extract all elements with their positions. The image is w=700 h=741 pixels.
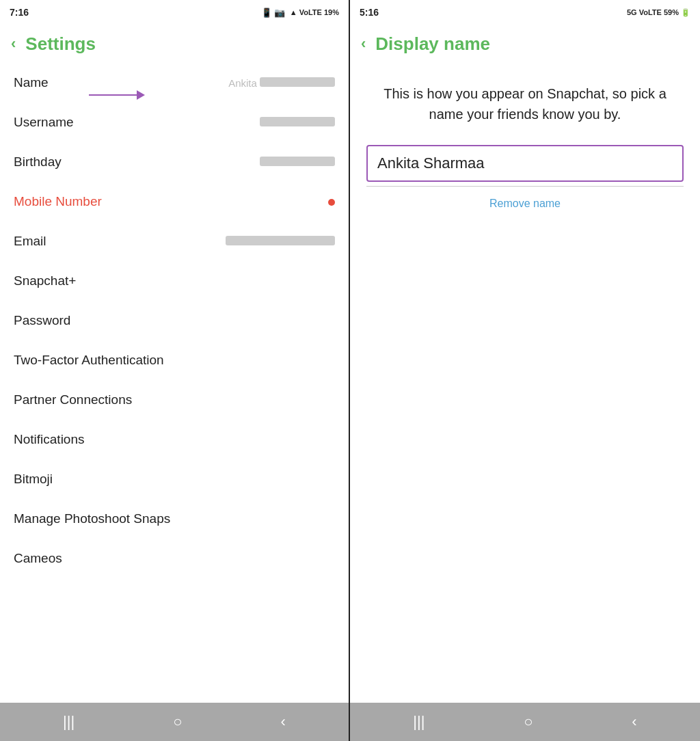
settings-item-mobile[interactable]: Mobile Number — [0, 182, 349, 221]
settings-item-birthday[interactable]: Birthday — [0, 142, 349, 182]
wifi-icon: ▲ VoLTE 19% — [290, 8, 339, 16]
left-nav-back-icon[interactable]: ‹ — [281, 713, 286, 731]
right-nav-bar: ||| ○ ‹ — [350, 703, 700, 741]
settings-label-mobile: Mobile Number — [14, 194, 102, 209]
display-name-input[interactable] — [366, 145, 684, 182]
right-status-icons: 5G VoLTE 59% 🔋 — [627, 8, 690, 17]
settings-label-password: Password — [14, 313, 70, 328]
email-blurred — [226, 236, 335, 245]
whatsapp-icon: 📱 — [261, 8, 272, 18]
display-name-description: This is how you appear on Snapchat, so p… — [350, 63, 700, 138]
left-status-bar: 7:16 📱 📷 ▲ VoLTE 19% — [0, 0, 349, 25]
settings-item-snapchatplus[interactable]: Snapchat+ — [0, 261, 349, 301]
left-nav-menu-icon[interactable]: ||| — [63, 713, 75, 731]
left-back-button[interactable]: ‹ — [11, 35, 16, 53]
left-page-header: ‹ Settings — [0, 25, 349, 63]
right-back-button[interactable]: ‹ — [361, 35, 366, 53]
settings-label-snapchatplus: Snapchat+ — [14, 273, 76, 288]
right-status-bar: 5:16 5G VoLTE 59% 🔋 — [350, 0, 700, 25]
right-nav-back-icon[interactable]: ‹ — [632, 713, 636, 731]
left-nav-bar: ||| ○ ‹ — [0, 703, 349, 741]
settings-item-name[interactable]: Name Ankita — [0, 63, 349, 103]
settings-label-bitmoji: Bitmoji — [14, 472, 53, 487]
remove-name-button[interactable]: Remove name — [350, 187, 700, 221]
name-blurred — [260, 77, 335, 87]
settings-item-bitmoji[interactable]: Bitmoji — [0, 459, 349, 499]
settings-value-mobile — [328, 196, 335, 208]
right-page-header: ‹ Display name — [350, 25, 700, 63]
settings-list: Name Ankita Username Birthday Mobile Num… — [0, 63, 349, 703]
settings-label-name: Name — [14, 75, 49, 90]
username-blurred — [260, 117, 335, 126]
settings-value-name: Ankita — [228, 77, 335, 89]
settings-value-email — [226, 236, 335, 247]
right-nav-menu-icon[interactable]: ||| — [413, 713, 425, 731]
left-nav-home-icon[interactable]: ○ — [173, 713, 182, 731]
settings-label-notifications: Notifications — [14, 432, 85, 447]
settings-item-partner[interactable]: Partner Connections — [0, 380, 349, 420]
left-time: 7:16 — [10, 7, 29, 18]
left-page-title: Settings — [25, 33, 96, 55]
settings-item-password[interactable]: Password — [0, 301, 349, 340]
settings-item-cameos[interactable]: Cameos — [0, 539, 349, 578]
settings-label-partner: Partner Connections — [14, 392, 132, 407]
settings-item-2fa[interactable]: Two-Factor Authentication — [0, 340, 349, 380]
left-status-icons: 📱 📷 ▲ VoLTE 19% — [261, 8, 339, 18]
settings-label-photoshoot: Manage Photoshoot Snaps — [14, 511, 170, 526]
settings-label-cameos: Cameos — [14, 551, 62, 566]
mobile-red-dot — [328, 199, 335, 206]
camera-icon: 📷 — [274, 8, 285, 18]
settings-item-notifications[interactable]: Notifications — [0, 420, 349, 459]
settings-value-username — [260, 117, 335, 129]
settings-label-2fa: Two-Factor Authentication — [14, 353, 164, 368]
settings-item-email[interactable]: Email — [0, 221, 349, 261]
right-nav-home-icon[interactable]: ○ — [524, 713, 533, 731]
settings-label-email: Email — [14, 234, 46, 249]
birthday-blurred — [260, 157, 335, 166]
right-page-title: Display name — [375, 33, 490, 55]
settings-item-photoshoot[interactable]: Manage Photoshoot Snaps — [0, 499, 349, 539]
settings-item-username[interactable]: Username — [0, 103, 349, 142]
settings-label-birthday: Birthday — [14, 154, 62, 170]
right-battery: 5G VoLTE 59% 🔋 — [627, 8, 690, 17]
settings-value-birthday — [260, 157, 335, 168]
left-panel: 7:16 📱 📷 ▲ VoLTE 19% ‹ Settings Name Ank… — [0, 0, 350, 741]
settings-label-username: Username — [14, 115, 74, 130]
right-spacer — [350, 221, 700, 703]
right-time: 5:16 — [360, 7, 379, 18]
name-input-container — [350, 138, 700, 186]
right-panel: 5:16 5G VoLTE 59% 🔋 ‹ Display name This … — [350, 0, 700, 741]
